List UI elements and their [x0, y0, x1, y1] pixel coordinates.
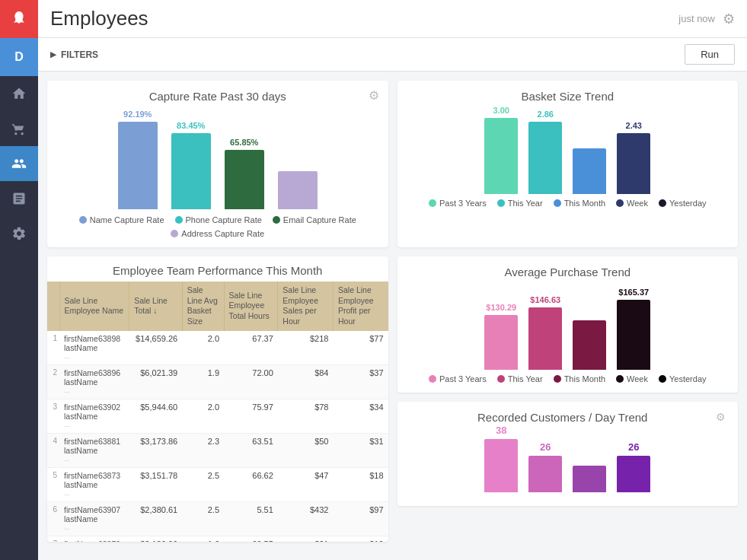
col-total[interactable]: Sale Line Total ↓	[129, 282, 183, 331]
row-name-5: firstName63907lastName ···	[59, 501, 129, 536]
bs-dot-p3y	[429, 199, 436, 207]
bs-label-yesterday-text: Yesterday	[669, 199, 707, 208]
bs-label-ty: 2.86	[538, 110, 554, 119]
bs-bar-group-week: 2.43	[617, 121, 650, 194]
sidebar-item-settings[interactable]	[0, 216, 38, 251]
avg-purchase-chart: $130.29 $146.63 $165.37	[410, 286, 726, 370]
bs-dot-week	[616, 199, 624, 207]
bs-dot-yesterday	[659, 199, 666, 207]
col-name[interactable]: Sale Line Employee Name	[59, 282, 129, 331]
capture-rate-gear-icon[interactable]: ⚙	[369, 88, 379, 103]
timestamp: just now	[678, 13, 715, 24]
avg-purchase-legend: Past 3 Years This Year This Month Week	[410, 374, 726, 383]
table-row: 6 firstName63907lastName ··· $2,380.61 2…	[47, 501, 388, 536]
legend-address: Address Capture Rate	[171, 229, 264, 238]
row-name-2: firstName63902lastName ···	[59, 399, 129, 433]
row-hours-0: 67.37	[224, 331, 278, 365]
row-basket-0: 2.0	[182, 331, 224, 365]
bar-label-email: 65.85%	[230, 138, 258, 147]
legend-label-name: Name Capture Rate	[90, 215, 164, 224]
bs-label-tm-text: This Month	[564, 199, 605, 208]
bar-group-phone: 83.45%	[171, 121, 211, 209]
row-hours-3: 63.51	[224, 433, 278, 467]
bar-phone	[171, 133, 211, 209]
ap-label-tm	[589, 308, 591, 317]
row-name-1: firstName63896lastName ···	[59, 364, 129, 399]
ap-dot-p3y	[429, 375, 436, 383]
ap-label-ty: $146.63	[530, 295, 560, 304]
col-basket[interactable]: Sale Line Avg Basket Size	[182, 282, 224, 331]
capture-rate-legend: Name Capture Rate Phone Capture Rate Ema…	[59, 215, 376, 238]
ap-bar-ty	[528, 307, 562, 370]
ap-label-week: $165.37	[618, 288, 649, 297]
run-button[interactable]: Run	[685, 44, 735, 65]
page-title: Employees	[50, 7, 148, 30]
bs-label-p3y-text: Past 3 Years	[439, 199, 487, 208]
bs-bar-group-p3y: 3.00	[484, 106, 518, 194]
table-row: 3 firstName63902lastName ··· $5,944.60 2…	[47, 399, 388, 433]
row-name-4: firstName63873lastName ···	[59, 467, 129, 501]
ap-bar-tm	[573, 320, 606, 370]
bar-group-email: 65.85%	[225, 138, 264, 209]
bar-label-address	[296, 159, 298, 168]
row-hours-2: 75.97	[224, 399, 278, 433]
row-profit-ph-6: $12	[333, 536, 388, 542]
row-num-3: 4	[47, 433, 59, 467]
sidebar-item-home[interactable]	[0, 76, 38, 111]
recorded-customers-gear-icon[interactable]: ⚙	[716, 411, 726, 423]
sidebar-item-cart[interactable]	[0, 111, 38, 146]
legend-dot-email	[273, 216, 280, 224]
ap-legend-week: Week	[616, 374, 648, 383]
ap-dot-ty	[497, 375, 505, 383]
legend-dot-phone	[175, 216, 183, 224]
row-hours-4: 66.62	[224, 467, 278, 501]
ap-label-ty-text: This Year	[508, 374, 543, 383]
ap-label-yesterday-text: Yesterday	[669, 374, 707, 383]
rc-label-p3y: 38	[496, 425, 506, 436]
ap-dot-week	[616, 375, 624, 383]
filter-toggle[interactable]: ▶ FILTERS	[50, 49, 98, 60]
row-name-0: firstName63898lastName ···	[59, 331, 129, 365]
ap-bar-group-week: $165.37	[617, 288, 650, 370]
rc-label-tm	[588, 451, 591, 463]
sidebar-item-analytics[interactable]	[0, 181, 38, 216]
row-num-1: 2	[47, 364, 59, 399]
bar-group-name: 92.19%	[118, 110, 158, 209]
filter-bar: ▶ FILTERS Run	[38, 38, 747, 72]
row-total-4: $3,151.78	[129, 467, 183, 501]
filter-arrow-icon: ▶	[50, 50, 56, 59]
row-total-3: $3,173.86	[129, 433, 183, 467]
rc-bar-week	[617, 456, 650, 492]
ap-label-p3y: $130.29	[486, 303, 516, 312]
row-profit-ph-1: $37	[333, 364, 388, 399]
row-profit-ph-3: $31	[333, 433, 388, 467]
col-hours[interactable]: Sale Line Employee Total Hours	[224, 282, 278, 331]
bs-legend-yesterday: Yesterday	[659, 199, 707, 208]
legend-dot-name	[79, 216, 87, 224]
bs-legend-ty: This Year	[497, 199, 543, 208]
sidebar-item-people[interactable]	[0, 146, 38, 181]
ap-dot-tm	[554, 375, 561, 383]
row-num-2: 3	[47, 399, 59, 433]
row-total-1: $6,021.39	[129, 364, 183, 399]
settings-icon[interactable]: ⚙	[723, 11, 735, 27]
sidebar: D	[0, 0, 38, 560]
row-num-5: 6	[47, 501, 59, 536]
bs-legend-tm: This Month	[554, 199, 605, 208]
rc-bar-group-p3y: 38	[484, 425, 518, 492]
col-sales-ph[interactable]: Sale Line Employee Sales per Hour	[278, 282, 334, 331]
ap-bar-group-tm	[573, 308, 606, 370]
rc-bar-group-ty: 26	[528, 441, 562, 492]
row-name-6: firstName63879lastName ···	[59, 536, 129, 542]
app-logo	[0, 0, 38, 38]
row-total-0: $14,659.26	[129, 331, 183, 365]
bs-bar-p3y	[484, 118, 518, 194]
ap-bar-group-p3y: $130.29	[484, 303, 518, 370]
row-basket-2: 2.0	[182, 399, 224, 433]
row-basket-1: 1.9	[182, 364, 224, 399]
bar-group-address	[278, 159, 318, 209]
capture-rate-card: Capture Rate Past 30 days ⚙ 92.19% 83.45…	[47, 81, 388, 247]
table-row: 5 firstName63873lastName ··· $3,151.78 2…	[47, 467, 388, 501]
row-total-6: $2,186.96	[129, 536, 183, 542]
col-profit-ph[interactable]: Sale Line Employee Profit per Hour	[333, 282, 388, 331]
